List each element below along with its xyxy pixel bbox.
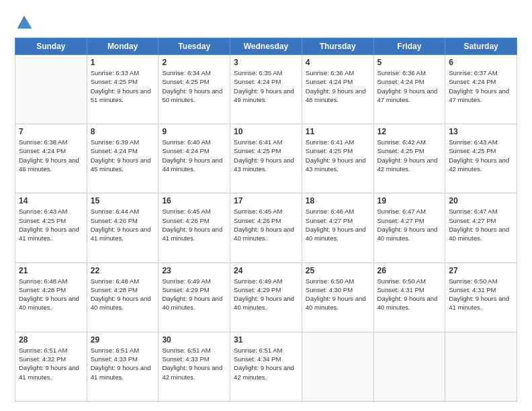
daylight-text: Daylight: 9 hours and 47 minutes. [378, 87, 442, 105]
sunrise-text: Sunrise: 6:43 AM [449, 138, 513, 146]
calendar-cell: 5Sunrise: 6:36 AMSunset: 4:24 PMDaylight… [373, 55, 445, 124]
calendar-cell: 11Sunrise: 6:41 AMSunset: 4:25 PMDayligh… [302, 124, 373, 193]
sunrise-text: Sunrise: 6:34 AM [162, 68, 226, 77]
daylight-text: Daylight: 9 hours and 40 minutes. [19, 294, 83, 312]
day-number: 4 [306, 58, 370, 67]
week-row-0: 1Sunrise: 6:33 AMSunset: 4:25 PMDaylight… [15, 55, 517, 124]
sunrise-text: Sunrise: 6:45 AM [162, 207, 226, 216]
day-number: 1 [91, 58, 155, 67]
sunset-text: Sunset: 4:25 PM [449, 146, 513, 155]
calendar-cell: 31Sunrise: 6:51 AMSunset: 4:34 PMDayligh… [230, 332, 302, 401]
day-number: 6 [449, 58, 513, 67]
calendar-cell: 30Sunrise: 6:51 AMSunset: 4:33 PMDayligh… [159, 332, 230, 401]
day-number: 11 [306, 127, 370, 136]
calendar-cell: 14Sunrise: 6:43 AMSunset: 4:25 PMDayligh… [15, 193, 87, 263]
calendar-cell: 13Sunrise: 6:43 AMSunset: 4:25 PMDayligh… [445, 124, 517, 193]
calendar-cell: 29Sunrise: 6:51 AMSunset: 4:33 PMDayligh… [87, 332, 159, 401]
sunset-text: Sunset: 4:24 PM [162, 146, 226, 155]
sunset-text: Sunset: 4:29 PM [234, 285, 298, 294]
daylight-text: Daylight: 9 hours and 40 minutes. [234, 225, 298, 243]
header [15, 12, 517, 31]
week-row-4: 28Sunrise: 6:51 AMSunset: 4:32 PMDayligh… [15, 332, 517, 401]
daylight-text: Daylight: 9 hours and 42 minutes. [234, 363, 298, 381]
daylight-text: Daylight: 9 hours and 43 minutes. [234, 156, 298, 174]
day-number: 10 [234, 127, 298, 136]
sunset-text: Sunset: 4:34 PM [234, 355, 298, 363]
day-number: 26 [378, 266, 442, 275]
day-number: 20 [449, 196, 513, 205]
sunrise-text: Sunrise: 6:36 AM [306, 68, 370, 77]
day-number: 21 [19, 266, 83, 275]
daylight-text: Daylight: 9 hours and 43 minutes. [306, 156, 370, 174]
sunrise-text: Sunrise: 6:50 AM [449, 277, 513, 285]
daylight-text: Daylight: 9 hours and 40 minutes. [378, 225, 442, 243]
calendar-cell: 18Sunrise: 6:46 AMSunset: 4:27 PMDayligh… [302, 193, 373, 263]
sunrise-text: Sunrise: 6:41 AM [234, 138, 298, 146]
calendar-cell: 23Sunrise: 6:49 AMSunset: 4:29 PMDayligh… [159, 263, 230, 332]
daylight-text: Daylight: 9 hours and 49 minutes. [234, 87, 298, 105]
sunset-text: Sunset: 4:25 PM [19, 216, 83, 225]
weekday-header-wednesday: Wednesday [230, 38, 302, 55]
day-number: 28 [19, 335, 83, 345]
calendar-cell: 24Sunrise: 6:49 AMSunset: 4:29 PMDayligh… [230, 263, 302, 332]
daylight-text: Daylight: 9 hours and 51 minutes. [91, 87, 155, 105]
calendar-cell: 19Sunrise: 6:47 AMSunset: 4:27 PMDayligh… [373, 193, 445, 263]
page: SundayMondayTuesdayWednesdayThursdayFrid… [0, 0, 532, 411]
sunset-text: Sunset: 4:24 PM [378, 77, 442, 86]
sunset-text: Sunset: 4:24 PM [91, 146, 155, 155]
daylight-text: Daylight: 9 hours and 46 minutes. [19, 156, 83, 174]
weekday-header-thursday: Thursday [302, 38, 373, 55]
sunset-text: Sunset: 4:27 PM [378, 216, 442, 225]
sunset-text: Sunset: 4:26 PM [91, 216, 155, 225]
sunrise-text: Sunrise: 6:37 AM [449, 68, 513, 77]
calendar-cell: 8Sunrise: 6:39 AMSunset: 4:24 PMDaylight… [87, 124, 159, 193]
sunrise-text: Sunrise: 6:39 AM [91, 138, 155, 146]
logo [15, 12, 36, 31]
daylight-text: Daylight: 9 hours and 42 minutes. [449, 156, 513, 174]
calendar-cell: 21Sunrise: 6:48 AMSunset: 4:28 PMDayligh… [15, 263, 87, 332]
calendar-cell: 22Sunrise: 6:48 AMSunset: 4:28 PMDayligh… [87, 263, 159, 332]
day-number: 18 [306, 196, 370, 205]
sunset-text: Sunset: 4:32 PM [19, 355, 83, 363]
day-number: 22 [91, 266, 155, 275]
calendar-cell: 3Sunrise: 6:35 AMSunset: 4:24 PMDaylight… [230, 55, 302, 124]
sunrise-text: Sunrise: 6:49 AM [234, 277, 298, 285]
sunrise-text: Sunrise: 6:42 AM [378, 138, 442, 146]
calendar-cell [373, 332, 445, 401]
day-number: 9 [162, 127, 226, 136]
calendar-cell: 12Sunrise: 6:42 AMSunset: 4:25 PMDayligh… [373, 124, 445, 193]
week-row-1: 7Sunrise: 6:38 AMSunset: 4:24 PMDaylight… [15, 124, 517, 193]
sunset-text: Sunset: 4:30 PM [306, 285, 370, 294]
daylight-text: Daylight: 9 hours and 42 minutes. [378, 156, 442, 174]
calendar-cell: 27Sunrise: 6:50 AMSunset: 4:31 PMDayligh… [445, 263, 517, 332]
sunrise-text: Sunrise: 6:51 AM [162, 346, 226, 355]
calendar-cell: 25Sunrise: 6:50 AMSunset: 4:30 PMDayligh… [302, 263, 373, 332]
daylight-text: Daylight: 9 hours and 40 minutes. [449, 225, 513, 243]
sunset-text: Sunset: 4:24 PM [234, 77, 298, 86]
daylight-text: Daylight: 9 hours and 45 minutes. [91, 156, 155, 174]
sunset-text: Sunset: 4:25 PM [306, 146, 370, 155]
day-number: 13 [449, 127, 513, 136]
calendar-cell [445, 332, 517, 401]
sunrise-text: Sunrise: 6:48 AM [91, 277, 155, 285]
day-number: 12 [378, 127, 442, 136]
calendar-cell: 28Sunrise: 6:51 AMSunset: 4:32 PMDayligh… [15, 332, 87, 401]
sunrise-text: Sunrise: 6:51 AM [19, 346, 83, 355]
calendar-cell: 1Sunrise: 6:33 AMSunset: 4:25 PMDaylight… [87, 55, 159, 124]
day-number: 27 [449, 266, 513, 275]
calendar-cell: 26Sunrise: 6:50 AMSunset: 4:31 PMDayligh… [373, 263, 445, 332]
sunset-text: Sunset: 4:24 PM [19, 146, 83, 155]
day-number: 14 [19, 196, 83, 205]
day-number: 5 [378, 58, 442, 67]
day-number: 7 [19, 127, 83, 136]
weekday-header-row: SundayMondayTuesdayWednesdayThursdayFrid… [15, 38, 517, 55]
calendar-cell: 7Sunrise: 6:38 AMSunset: 4:24 PMDaylight… [15, 124, 87, 193]
daylight-text: Daylight: 9 hours and 47 minutes. [449, 87, 513, 105]
calendar-cell: 20Sunrise: 6:47 AMSunset: 4:27 PMDayligh… [445, 193, 517, 263]
sunset-text: Sunset: 4:26 PM [162, 216, 226, 225]
day-number: 19 [378, 196, 442, 205]
sunrise-text: Sunrise: 6:44 AM [91, 207, 155, 216]
sunrise-text: Sunrise: 6:51 AM [234, 346, 298, 355]
day-number: 15 [91, 196, 155, 205]
day-number: 16 [162, 196, 226, 205]
